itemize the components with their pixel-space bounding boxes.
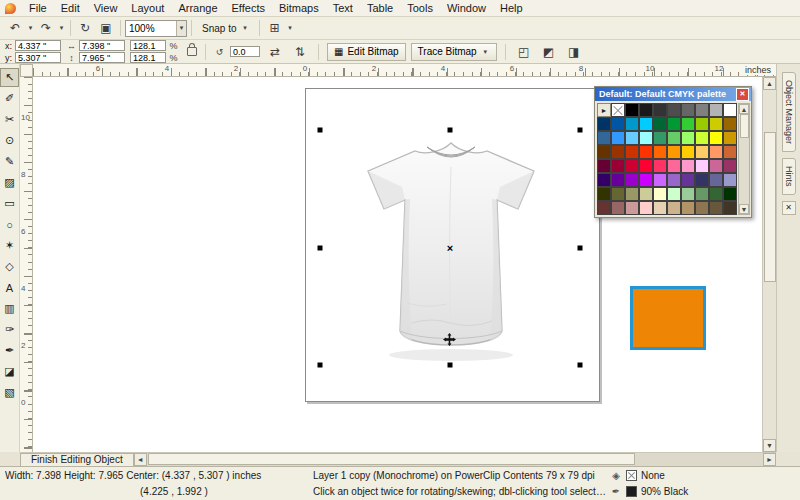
palette-swatch[interactable] xyxy=(625,131,639,145)
palette-swatch[interactable] xyxy=(709,103,723,117)
shape-tool[interactable]: ✐ xyxy=(0,89,19,108)
palette-swatch[interactable] xyxy=(653,117,667,131)
palette-swatch[interactable] xyxy=(667,117,681,131)
palette-swatch[interactable] xyxy=(597,201,611,215)
palette-swatch[interactable] xyxy=(653,201,667,215)
palette-swatch[interactable] xyxy=(695,103,709,117)
rectangle-tool[interactable]: ▭ xyxy=(0,194,19,213)
palette-swatch[interactable] xyxy=(611,145,625,159)
palette-swatch[interactable] xyxy=(723,187,737,201)
palette-titlebar[interactable]: Default: Default CMYK palette ✕ xyxy=(595,87,751,101)
palette-swatch[interactable] xyxy=(667,145,681,159)
menu-item-table[interactable]: Table xyxy=(360,1,400,15)
palette-swatch[interactable] xyxy=(625,117,639,131)
palette-swatch[interactable] xyxy=(695,131,709,145)
palette-swatch[interactable] xyxy=(653,145,667,159)
palette-swatch[interactable] xyxy=(709,117,723,131)
selection-handle-left[interactable] xyxy=(318,245,323,250)
scale-y-input[interactable] xyxy=(130,52,166,63)
menu-item-bitmaps[interactable]: Bitmaps xyxy=(272,1,326,15)
palette-swatch[interactable] xyxy=(653,187,667,201)
palette-swatch[interactable] xyxy=(709,131,723,145)
polygon-tool[interactable]: ✶ xyxy=(0,236,19,255)
selection-handle-bottom[interactable] xyxy=(448,363,453,368)
docker-tab-object-manager[interactable]: Object Manager xyxy=(782,72,796,152)
palette-swatch[interactable] xyxy=(597,131,611,145)
palette-swatch[interactable] xyxy=(681,103,695,117)
interactive-fill-tool[interactable]: ▧ xyxy=(0,383,19,402)
object-y-input[interactable] xyxy=(15,52,61,63)
palette-swatch[interactable] xyxy=(611,117,625,131)
selection-handle-top-left[interactable] xyxy=(318,128,323,133)
snap-to-button[interactable]: Snap to ▾ xyxy=(196,18,255,38)
object-width-input[interactable] xyxy=(79,40,125,51)
text-tool[interactable]: A xyxy=(0,278,19,297)
palette-swatch[interactable] xyxy=(723,117,737,131)
zoom-combo[interactable]: ▾ xyxy=(125,20,187,37)
palette-scroll-left-icon[interactable]: ► xyxy=(597,103,611,117)
tshirt-image[interactable] xyxy=(332,133,570,365)
refresh-icon[interactable]: ↻ xyxy=(75,18,95,38)
palette-close-icon[interactable]: ✕ xyxy=(736,88,749,101)
undo-icon[interactable]: ↶ xyxy=(5,18,25,38)
palette-swatch[interactable] xyxy=(639,159,653,173)
edit-bitmap-button[interactable]: ▦ Edit Bitmap xyxy=(327,43,406,61)
palette-swatch[interactable] xyxy=(653,103,667,117)
palette-swatch[interactable] xyxy=(681,173,695,187)
outline-color-swatch[interactable] xyxy=(626,486,637,497)
palette-swatch[interactable] xyxy=(639,173,653,187)
palette-swatch[interactable] xyxy=(625,103,639,117)
horizontal-ruler[interactable]: inches 642024681012 xyxy=(33,64,776,77)
palette-swatch[interactable] xyxy=(639,103,653,117)
redo-dropdown-icon[interactable]: ▾ xyxy=(57,19,66,37)
scale-x-input[interactable] xyxy=(130,40,166,51)
object-height-input[interactable] xyxy=(79,52,125,63)
selection-handle-right[interactable] xyxy=(578,245,583,250)
interactive-blend-tool[interactable]: ▥ xyxy=(0,299,19,318)
horizontal-scrollbar[interactable] xyxy=(147,453,763,466)
crop-tool[interactable]: ✂ xyxy=(0,110,19,129)
zoom-level-input[interactable] xyxy=(126,22,176,35)
palette-swatch[interactable] xyxy=(723,159,737,173)
vertical-scroll-thumb[interactable] xyxy=(764,132,776,282)
palette-swatch[interactable] xyxy=(709,201,723,215)
palette-swatch[interactable] xyxy=(695,159,709,173)
options-dropdown-icon[interactable]: ▾ xyxy=(285,19,294,37)
palette-swatch[interactable] xyxy=(681,187,695,201)
crop-bitmap-icon[interactable]: ◰ xyxy=(514,42,534,62)
docker-close-icon[interactable]: ✕ xyxy=(782,201,796,215)
docker-tab-hints[interactable]: Hints xyxy=(782,158,796,195)
palette-swatch[interactable] xyxy=(639,187,653,201)
rotation-angle-input[interactable] xyxy=(230,46,260,57)
fill-tool[interactable]: ◪ xyxy=(0,362,19,381)
mirror-vertical-icon[interactable]: ⇅ xyxy=(290,42,310,62)
fill-color-swatch[interactable] xyxy=(626,470,637,481)
palette-swatch[interactable] xyxy=(597,173,611,187)
palette-swatch[interactable] xyxy=(695,117,709,131)
undo-dropdown-icon[interactable]: ▾ xyxy=(26,19,35,37)
ruler-origin[interactable] xyxy=(20,64,33,77)
palette-swatch[interactable] xyxy=(709,145,723,159)
palette-swatch[interactable] xyxy=(681,201,695,215)
snap-to-dropdown-icon[interactable]: ▾ xyxy=(240,19,249,37)
palette-swatch[interactable] xyxy=(667,187,681,201)
palette-swatch[interactable] xyxy=(611,173,625,187)
palette-swatch[interactable] xyxy=(625,187,639,201)
vertical-scrollbar[interactable]: ▲ ▼ xyxy=(762,77,776,452)
palette-swatch[interactable] xyxy=(611,159,625,173)
palette-swatch[interactable] xyxy=(695,187,709,201)
palette-swatch[interactable] xyxy=(667,201,681,215)
palette-swatch[interactable] xyxy=(625,145,639,159)
palette-swatch[interactable] xyxy=(709,187,723,201)
image-adjustment-icon[interactable]: ◨ xyxy=(564,42,584,62)
palette-swatch[interactable] xyxy=(695,201,709,215)
palette-scroll-up-icon[interactable]: ▲ xyxy=(739,104,749,114)
palette-swatch[interactable] xyxy=(597,145,611,159)
palette-swatch[interactable] xyxy=(709,159,723,173)
palette-swatch[interactable] xyxy=(653,131,667,145)
palette-swatch[interactable] xyxy=(597,159,611,173)
palette-swatch[interactable] xyxy=(695,145,709,159)
trace-bitmap-button[interactable]: Trace Bitmap ▾ xyxy=(411,43,497,61)
palette-swatch[interactable] xyxy=(625,201,639,215)
menu-item-file[interactable]: File xyxy=(22,1,54,15)
